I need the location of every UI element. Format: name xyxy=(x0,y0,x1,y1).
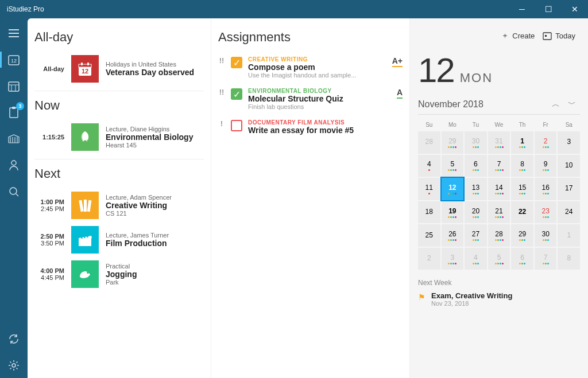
allday-event[interactable]: All-day 12 Holidays in United States Vet… xyxy=(34,52,204,86)
assignment-grade: A xyxy=(397,88,403,99)
today-button[interactable]: Today xyxy=(543,31,575,40)
close-button[interactable]: ✕ xyxy=(562,0,588,18)
sidebar-item-settings[interactable] xyxy=(0,353,28,378)
event-subtitle: Lecture, Adam Spencer xyxy=(106,194,204,201)
svg-rect-13 xyxy=(79,200,83,212)
svg-rect-2 xyxy=(9,82,19,91)
calendar-cell[interactable]: 20 xyxy=(465,201,487,224)
calendar-cell[interactable]: 16 xyxy=(535,178,557,200)
calendar-cell[interactable]: 1 xyxy=(511,131,533,154)
shoe-icon xyxy=(71,260,99,288)
next-month-button[interactable]: ﹀ xyxy=(564,99,580,110)
assignment-subtitle: Use the Imagist handout and sample... xyxy=(248,72,386,79)
calendar-cell[interactable]: 9 xyxy=(535,155,557,177)
calendar-cell[interactable]: 14 xyxy=(488,178,510,200)
svg-rect-12 xyxy=(87,63,89,65)
calendar-week-icon xyxy=(8,80,20,92)
assignment-item[interactable]: !! ✓ ENVIRONMENTAL BIOLOGY Molecular Str… xyxy=(218,83,403,115)
calendar-cell[interactable]: 29 xyxy=(442,131,464,154)
assignment-checkbox[interactable] xyxy=(231,120,242,131)
plus-icon: ＋ xyxy=(501,30,509,41)
sidebar-item-search[interactable] xyxy=(0,179,28,204)
calendar-cell[interactable]: 3 xyxy=(558,131,580,154)
next-week-label: Next Week xyxy=(418,279,580,287)
calendar-dow: Su xyxy=(418,119,440,130)
prev-month-button[interactable]: ︿ xyxy=(548,99,564,110)
calendar-cell[interactable]: 21 xyxy=(488,201,510,224)
calendar-cell[interactable]: 3 xyxy=(442,248,464,270)
event-location: Park xyxy=(106,279,204,286)
calendar-cell[interactable]: 6 xyxy=(465,155,487,177)
calendar-cell[interactable]: 28 xyxy=(418,131,440,154)
calendar-cell[interactable]: 27 xyxy=(465,224,487,247)
create-button[interactable]: ＋ Create xyxy=(501,30,535,41)
calendar-cell[interactable]: 5 xyxy=(488,248,510,270)
svg-rect-19 xyxy=(545,35,547,37)
now-event[interactable]: 1:15:25 Lecture, Diane Higgins Environme… xyxy=(34,120,204,154)
calendar-cell[interactable]: 7 xyxy=(488,155,510,177)
calendar-cell[interactable]: 10 xyxy=(558,155,580,177)
svg-point-17 xyxy=(87,271,89,274)
next-event[interactable]: 2:50 PM3:50 PM Lecture, James Turner Fil… xyxy=(34,223,204,257)
sidebar-item-assignments[interactable]: 3 xyxy=(0,100,28,125)
calendar-cell[interactable]: 31 xyxy=(488,131,510,154)
calendar-cell[interactable]: 28 xyxy=(488,224,510,247)
assignment-course: CREATIVE WRITING xyxy=(248,56,386,63)
assignment-checkbox[interactable]: ✓ xyxy=(231,88,242,100)
maximize-button[interactable]: ☐ xyxy=(535,0,562,18)
calendar-cell[interactable]: 12 xyxy=(442,178,464,200)
hamburger-icon xyxy=(9,29,19,37)
calendar-cell[interactable]: 17 xyxy=(558,178,580,200)
calendar-cell[interactable]: 11 xyxy=(418,178,440,200)
calendar-cell[interactable]: 5 xyxy=(442,155,464,177)
svg-rect-14 xyxy=(84,200,87,212)
assignment-course: DOCUMENTARY FILM ANALYSIS xyxy=(248,119,403,126)
assignment-checkbox[interactable]: ✓ xyxy=(231,57,242,68)
sidebar-item-calendar[interactable] xyxy=(0,73,28,99)
calendar-cell[interactable]: 13 xyxy=(465,178,487,200)
calendar-cell[interactable]: 8 xyxy=(558,248,580,270)
sidebar-item-today[interactable]: 12 xyxy=(0,47,28,72)
calendar-cell[interactable]: 30 xyxy=(465,131,487,154)
calendar-cell[interactable]: 23 xyxy=(535,201,557,224)
sidebar-item-instructors[interactable] xyxy=(0,153,28,178)
big-date-day: MON xyxy=(460,71,493,85)
priority-indicator: !! xyxy=(218,56,225,65)
assignment-item[interactable]: ! DOCUMENTARY FILM ANALYSIS Write an ess… xyxy=(218,115,403,139)
calendar-cell[interactable]: 2 xyxy=(418,248,440,270)
sidebar: 12 3 xyxy=(0,18,28,378)
allday-label: All-day xyxy=(34,65,64,72)
next-event[interactable]: 4:00 PM4:45 PM Practical Jogging Park xyxy=(34,257,204,291)
assignment-course: ENVIRONMENTAL BIOLOGY xyxy=(248,88,391,94)
calendar-cell[interactable]: 24 xyxy=(558,201,580,224)
calendar-column: ＋ Create Today 12 MON November 2018 ︿ xyxy=(410,18,588,378)
calendar-cell[interactable]: 1 xyxy=(558,224,580,247)
calendar-day-icon: 12 xyxy=(8,54,20,65)
assignment-item[interactable]: !! ✓ CREATIVE WRITING Compose a poem Use… xyxy=(218,52,403,83)
calendar-cell[interactable]: 18 xyxy=(418,201,440,224)
calendar-cell[interactable]: 19 xyxy=(442,201,464,224)
calendar-cell[interactable]: 22 xyxy=(511,201,533,224)
sidebar-item-planner[interactable] xyxy=(0,126,28,151)
calendar-cell[interactable]: 25 xyxy=(418,224,440,247)
next-header: Next xyxy=(34,166,204,181)
calendar-cell[interactable]: 26 xyxy=(442,224,464,247)
event-title: Jogging xyxy=(106,270,204,279)
next-week-item[interactable]: ⚑ Exam, Creative Writing Nov 23, 2018 xyxy=(418,287,580,311)
svg-rect-18 xyxy=(543,33,551,40)
calendar-cell[interactable]: 15 xyxy=(511,178,533,200)
menu-toggle[interactable] xyxy=(0,21,28,46)
next-event[interactable]: 1:00 PM2:45 PM Lecture, Adam Spencer Cre… xyxy=(34,188,204,223)
calendar-cell[interactable]: 30 xyxy=(535,224,557,247)
sidebar-item-sync[interactable] xyxy=(0,326,28,352)
calendar-cell[interactable]: 6 xyxy=(511,248,533,270)
calendar-cell[interactable]: 8 xyxy=(511,155,533,177)
calendar-cell[interactable]: 4 xyxy=(465,248,487,270)
calendar-cell[interactable]: 7 xyxy=(535,248,557,270)
search-icon xyxy=(9,186,19,197)
svg-point-6 xyxy=(10,188,17,194)
calendar-cell[interactable]: 29 xyxy=(511,224,533,247)
calendar-cell[interactable]: 4 xyxy=(418,155,440,177)
calendar-cell[interactable]: 2 xyxy=(535,131,557,154)
minimize-button[interactable]: ─ xyxy=(509,0,535,18)
